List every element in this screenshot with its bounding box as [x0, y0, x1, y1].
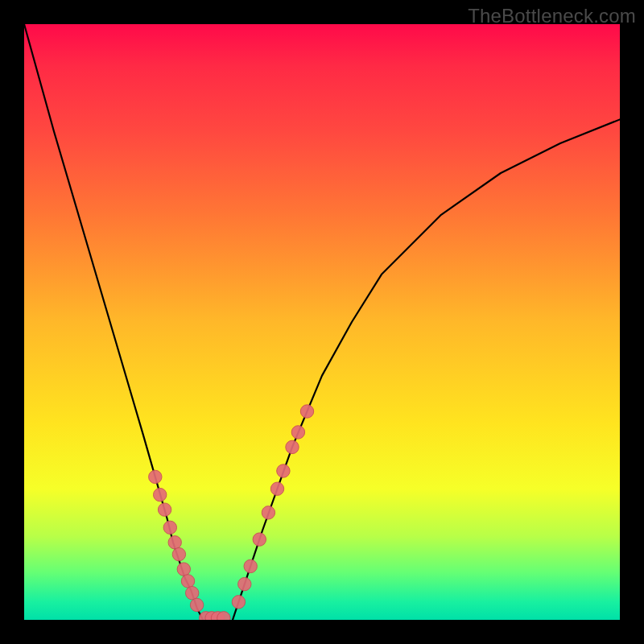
right-curve-marker: [238, 577, 251, 590]
watermark-text: TheBottleneck.com: [468, 5, 636, 27]
left-curve-marker: [190, 598, 203, 611]
left-curve-marker: [149, 470, 162, 483]
markers-group: [149, 405, 314, 620]
chart-frame: TheBottleneck.com: [0, 0, 644, 644]
right-curve-marker: [286, 440, 299, 453]
left-curve-marker: [168, 536, 181, 549]
right-curve-marker: [262, 506, 275, 519]
right-curve-marker: [291, 426, 304, 439]
curves-svg: [24, 24, 620, 620]
right-curve-marker: [232, 596, 245, 609]
plot-area: [24, 24, 620, 620]
left-curve-marker: [163, 521, 176, 534]
left-curve-marker: [172, 547, 185, 560]
left-curve-marker: [181, 575, 194, 588]
left-curve-marker: [158, 503, 171, 516]
right-curve: [233, 119, 620, 620]
right-curve-marker: [277, 464, 290, 477]
left-curve-marker: [186, 587, 199, 600]
right-curve-marker: [244, 559, 257, 572]
right-curve-marker: [253, 533, 266, 546]
left-curve-marker: [177, 563, 190, 576]
left-curve-marker: [154, 488, 167, 501]
right-curve-marker: [270, 482, 283, 495]
right-curve-marker: [300, 405, 313, 418]
